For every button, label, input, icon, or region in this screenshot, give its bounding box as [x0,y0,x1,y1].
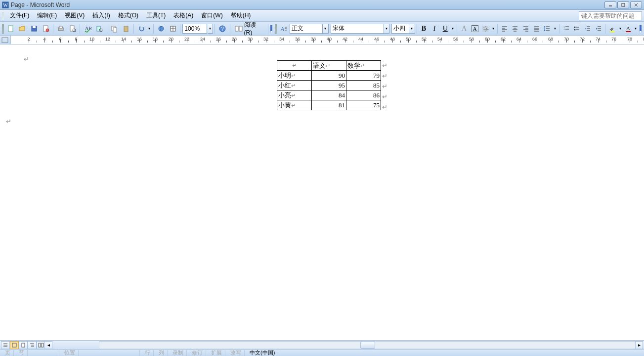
hyperlink-button[interactable] [156,23,167,34]
menu-help[interactable]: 帮助(H) [227,10,255,21]
toolbar-overflow-2[interactable] [639,23,642,34]
svg-text:AB: AB [85,26,91,31]
reading-layout-button[interactable]: 阅读(R) [232,23,267,34]
close-button[interactable] [630,1,642,8]
horizontal-ruler[interactable]: 2468101214161820222426283032343638404244… [0,36,644,44]
svg-rect-31 [239,26,242,31]
svg-point-62 [574,26,576,28]
toolbar-grip-1[interactable] [2,24,4,34]
font-size-selector[interactable]: 小四 [391,24,409,34]
svg-point-63 [574,29,576,30]
numbering-button[interactable]: 12 [561,24,571,34]
menubar: 文件(F) 编辑(E) 视图(V) 插入(I) 格式(O) 工具(T) 表格(A… [0,10,644,22]
svg-text:?: ? [221,26,224,32]
svg-rect-13 [70,26,74,31]
svg-rect-32 [270,25,272,32]
styles-list-icon[interactable]: A [278,23,289,34]
toolbar-grip[interactable] [2,11,4,20]
font-color-dropdown[interactable]: ▾ [633,24,638,34]
font-color-button[interactable]: A [623,24,633,34]
svg-rect-8 [33,26,36,28]
permission-button[interactable] [41,23,51,34]
svg-text:2: 2 [563,28,565,31]
svg-rect-38 [482,26,488,32]
style-dropdown[interactable]: ▾ [323,24,329,34]
word-app-icon: W [2,1,9,8]
maximize-button[interactable] [617,1,629,8]
highlight-dropdown[interactable]: ▾ [618,24,623,34]
bold-button[interactable]: B [419,24,429,34]
svg-rect-22 [125,26,127,27]
underline-dropdown[interactable]: ▾ [451,24,456,34]
decrease-indent-button[interactable] [583,24,593,34]
align-right-button[interactable] [521,24,531,34]
minimize-button[interactable] [604,1,616,8]
spellcheck-button[interactable]: AB [82,23,93,34]
help-button[interactable]: ? [217,23,228,34]
svg-point-10 [46,29,49,32]
menu-format[interactable]: 格式(O) [114,10,142,21]
svg-rect-74 [626,31,631,32]
svg-rect-30 [235,26,238,31]
svg-rect-3 [622,3,625,6]
emphasis-button[interactable]: A [459,24,469,34]
tables-borders-button[interactable] [168,23,178,34]
ruler-corner [0,36,11,44]
svg-text:A: A [280,26,284,32]
font-dropdown[interactable]: ▾ [384,24,390,34]
svg-rect-76 [2,38,8,43]
help-search-input[interactable] [579,11,642,20]
zoom-input[interactable]: 100% [182,24,207,34]
italic-button[interactable]: I [429,24,439,34]
align-center-button[interactable] [511,24,520,34]
highlight-button[interactable] [607,24,617,34]
toolbar-grip-2[interactable] [275,24,277,34]
open-button[interactable] [17,23,28,34]
increase-indent-button[interactable] [594,24,603,34]
new-document-button[interactable] [5,23,16,34]
align-left-button[interactable] [500,24,510,34]
style-selector[interactable]: 正文 [290,24,323,34]
bullets-button[interactable] [572,24,582,34]
menu-file[interactable]: 文件(F) [6,10,33,21]
line-spacing-button[interactable] [543,24,553,34]
svg-rect-20 [113,28,117,32]
zoom-dropdown[interactable]: ▾ [208,24,214,34]
titlebar: W Page - Microsoft Word [0,0,644,10]
svg-rect-12 [59,26,62,28]
menu-edit[interactable]: 编辑(E) [33,10,61,21]
window-title: Page - Microsoft Word [11,1,604,8]
undo-dropdown[interactable]: ▾ [147,24,152,34]
paste-button[interactable] [121,23,131,34]
menu-view[interactable]: 视图(V) [61,10,88,21]
svg-rect-17 [97,26,100,31]
char-scale-dropdown[interactable]: ▾ [491,24,496,34]
menu-tools[interactable]: 工具(T) [142,10,170,21]
svg-rect-75 [640,25,642,32]
font-size-dropdown[interactable]: ▾ [409,24,415,34]
research-button[interactable] [94,23,105,34]
toolbar: AB ▾ 100% ▾ ? 阅读(R) A 正文 ▾ 宋体 ▾ 小四 ▾ B I… [0,22,644,36]
print-preview-button[interactable] [67,23,78,34]
toolbar-overflow-1[interactable] [270,23,273,34]
reading-label: 阅读(R) [244,21,264,36]
copy-button[interactable] [109,23,120,34]
align-distributed-button[interactable] [532,24,542,34]
svg-line-15 [75,31,76,32]
undo-button[interactable] [136,23,147,34]
svg-point-23 [159,26,164,31]
svg-text:W: W [3,2,8,8]
underline-button[interactable]: U [440,24,450,34]
svg-rect-72 [610,31,615,32]
print-button[interactable] [55,23,66,34]
font-selector[interactable]: 宋体 [331,24,384,34]
char-border-button[interactable]: A [470,24,480,34]
save-button[interactable] [29,23,40,34]
menu-table[interactable]: 表格(A) [170,10,197,21]
menu-insert[interactable]: 插入(I) [88,10,114,21]
svg-text:A: A [626,25,630,31]
menu-window[interactable]: 窗口(W) [197,10,226,21]
line-spacing-dropdown[interactable]: ▾ [553,24,558,34]
char-shading-button[interactable]: 字 [481,24,491,34]
